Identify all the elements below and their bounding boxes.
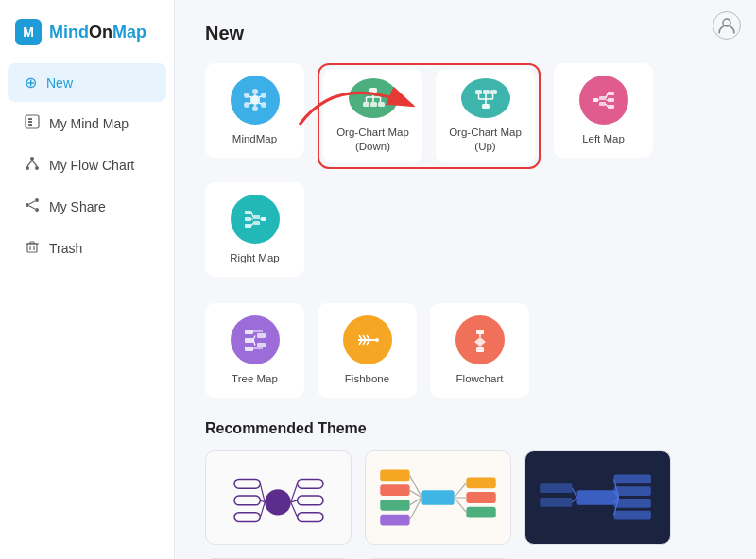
svg-line-69: [251, 223, 253, 226]
org-chart-up-label: Org-Chart Map (Up): [445, 126, 525, 154]
svg-point-20: [252, 89, 258, 94]
svg-rect-88: [476, 330, 484, 334]
mindmap-map-label: MindMap: [232, 132, 277, 146]
maps-grid: MindMap: [205, 63, 726, 277]
theme-card-2[interactable]: [365, 450, 511, 545]
svg-point-23: [252, 106, 258, 111]
org-chart-down-icon: [349, 78, 398, 118]
svg-point-21: [261, 93, 266, 98]
svg-rect-90: [476, 347, 484, 352]
svg-line-13: [29, 206, 35, 209]
map-card-org-chart-up[interactable]: Org-Chart Map (Up): [436, 69, 535, 163]
svg-rect-32: [369, 88, 377, 93]
sidebar-item-my-share[interactable]: My Share: [8, 187, 166, 227]
svg-rect-113: [466, 507, 495, 518]
svg-point-9: [35, 198, 39, 202]
svg-line-28: [259, 103, 262, 104]
flowchart-label: Flowchart: [456, 372, 504, 386]
theme-card-3[interactable]: [524, 450, 671, 545]
recommended-title: Recommended Theme: [205, 420, 726, 437]
svg-line-120: [455, 498, 467, 513]
svg-point-24: [244, 102, 249, 108]
map-card-tree-map[interactable]: Tree Map: [205, 303, 304, 398]
logo-text: MindOnMap: [49, 23, 146, 42]
right-map-icon: [231, 195, 280, 244]
svg-line-67: [251, 212, 253, 217]
svg-rect-107: [380, 470, 409, 482]
sidebar-item-my-flow-chart-label: My Flow Chart: [49, 158, 134, 173]
map-card-flowchart[interactable]: Flowchart: [430, 303, 529, 398]
flowchart-icon: [455, 315, 505, 364]
svg-rect-52: [608, 105, 614, 109]
sidebar-item-trash[interactable]: Trash: [8, 229, 166, 268]
svg-rect-125: [614, 511, 651, 520]
mindmap-map-icon: [231, 76, 280, 125]
svg-rect-126: [540, 483, 572, 493]
topbar: [713, 11, 741, 40]
fishbone-label: Fishbone: [345, 372, 389, 386]
svg-point-5: [26, 166, 29, 170]
map-card-right-map[interactable]: Right Map: [205, 182, 304, 277]
svg-line-7: [27, 161, 32, 166]
tree-map-icon: [231, 315, 280, 364]
svg-rect-61: [245, 217, 251, 221]
svg-rect-3: [28, 124, 32, 126]
svg-rect-51: [608, 98, 614, 102]
svg-line-59: [606, 104, 608, 107]
org-chart-down-label: Org-Chart Map (Down): [333, 126, 413, 154]
svg-rect-41: [482, 104, 490, 109]
svg-line-128: [573, 488, 577, 498]
svg-rect-55: [593, 98, 598, 102]
svg-line-77: [253, 335, 255, 340]
mindmap-icon: [25, 114, 40, 133]
svg-rect-75: [257, 343, 266, 347]
theme-card-1[interactable]: [205, 450, 352, 545]
svg-point-22: [261, 102, 266, 108]
themes-grid: [205, 450, 726, 559]
map-card-fishbone[interactable]: Fishbone: [318, 303, 417, 398]
sidebar-item-my-mind-map[interactable]: My Mind Map: [8, 104, 166, 144]
svg-point-11: [35, 208, 39, 212]
svg-point-19: [250, 95, 260, 105]
svg-line-12: [29, 201, 35, 204]
svg-line-30: [249, 103, 251, 104]
svg-line-103: [291, 483, 298, 502]
map-card-org-chart-down[interactable]: Org-Chart Map (Down): [323, 69, 422, 163]
svg-rect-34: [370, 102, 377, 107]
map-card-mindmap[interactable]: MindMap: [205, 63, 304, 158]
svg-rect-111: [466, 477, 495, 488]
svg-rect-42: [475, 90, 482, 94]
svg-rect-109: [380, 500, 409, 511]
svg-rect-65: [261, 217, 266, 221]
svg-point-87: [375, 338, 379, 342]
svg-rect-14: [27, 244, 37, 252]
svg-rect-63: [253, 215, 260, 219]
svg-line-78: [253, 340, 255, 346]
svg-marker-89: [474, 337, 486, 347]
sidebar: M MindOnMap ⊕ New My Mind Map My Flow Ch…: [0, 0, 175, 559]
svg-rect-95: [234, 496, 260, 505]
sidebar-item-my-flow-chart[interactable]: My Flow Chart: [8, 145, 166, 185]
left-map-icon: [579, 76, 628, 125]
svg-line-129: [573, 498, 577, 502]
right-map-label: Right Map: [230, 251, 279, 265]
svg-rect-44: [490, 90, 497, 94]
sidebar-item-my-share-label: My Share: [49, 199, 106, 214]
svg-rect-106: [421, 490, 454, 505]
user-avatar-icon[interactable]: [713, 11, 741, 40]
svg-rect-62: [245, 224, 251, 228]
svg-line-100: [260, 483, 265, 502]
logo-icon: M: [15, 19, 42, 45]
svg-rect-74: [257, 333, 266, 338]
sidebar-item-new[interactable]: ⊕ New: [8, 63, 166, 102]
svg-rect-99: [298, 513, 323, 522]
svg-rect-1: [28, 118, 32, 120]
svg-rect-60: [245, 211, 251, 214]
svg-rect-127: [540, 498, 572, 507]
svg-rect-122: [614, 475, 651, 484]
main-content: New: [175, 0, 756, 559]
fishbone-icon: [343, 315, 392, 364]
map-card-left-map[interactable]: Left Map: [554, 63, 653, 158]
svg-rect-108: [380, 484, 409, 496]
share-icon: [25, 197, 40, 216]
